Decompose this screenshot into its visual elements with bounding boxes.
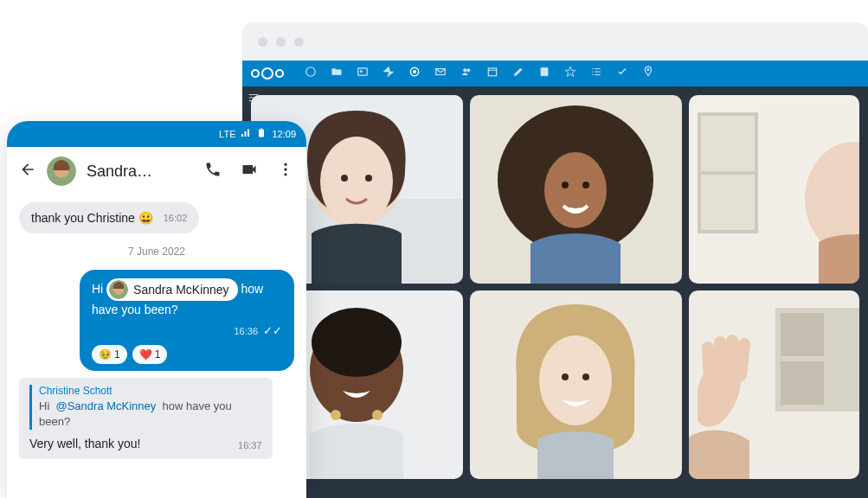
browser-tab-strip [242,22,868,61]
quoted-message: Christine Schott Hi @Sandra McKinney how… [29,385,262,430]
svg-rect-24 [701,116,755,171]
video-call-icon[interactable] [241,161,258,182]
app-top-nav [305,66,654,81]
svg-point-2 [360,70,362,72]
outgoing-message[interactable]: Hi Sandra McKinney how have you been? 16… [80,270,294,371]
notes-icon[interactable] [512,66,524,81]
message-time: 16:02 [164,213,188,223]
video-call-area [242,86,868,498]
window-control-dot[interactable] [276,37,286,47]
desktop-browser-window [242,22,868,498]
message-time: 16:37 [238,440,262,450]
nextcloud-logo-icon[interactable] [251,67,284,80]
clock-label: 12:09 [272,129,296,139]
window-control-dot[interactable] [294,37,304,47]
svg-point-47 [284,168,286,170]
mobile-chat-window: LTE 12:09 Sandra… thank you Christine 😀 … [7,121,306,498]
chat-header: Sandra… [7,147,306,195]
incoming-message[interactable]: thank you Christine 😀 16:02 [19,202,199,233]
svg-point-33 [372,410,383,420]
reaction-chip[interactable]: ❤️1 [132,345,168,364]
svg-point-10 [647,69,649,71]
svg-rect-25 [701,175,755,230]
bookmarks-icon[interactable] [564,66,576,81]
contacts-icon[interactable] [460,66,473,81]
svg-rect-42 [259,130,264,137]
svg-rect-9 [541,67,548,75]
svg-point-30 [341,367,348,374]
battery-icon [256,128,267,140]
back-icon[interactable] [19,161,36,182]
svg-point-31 [365,367,372,374]
svg-rect-8 [488,68,496,76]
more-icon[interactable] [277,161,294,182]
phone-status-bar: LTE 12:09 [7,121,306,147]
svg-point-48 [284,173,286,176]
message-time: 16:36 [234,324,258,339]
voice-call-icon[interactable] [204,161,222,182]
svg-point-16 [365,175,372,182]
reaction-chip[interactable]: 🥹1 [92,345,127,364]
check-icon[interactable] [616,66,628,81]
dashboard-icon[interactable] [305,66,317,81]
svg-point-32 [331,410,341,420]
deck-icon[interactable] [538,66,550,81]
read-receipt-icon: ✓✓ [263,322,282,340]
svg-point-6 [464,69,467,73]
incoming-message[interactable]: Christine Schott Hi @Sandra McKinney how… [19,378,273,459]
mic-off-icon[interactable] [847,66,859,81]
calendar-icon[interactable] [486,66,498,81]
svg-point-36 [562,374,569,380]
photos-icon[interactable] [357,66,369,81]
svg-point-14 [320,137,393,227]
talk-icon[interactable] [408,66,421,81]
participant-tile[interactable] [689,95,859,284]
svg-rect-40 [781,313,824,356]
svg-point-0 [306,67,316,77]
participant-tile[interactable] [470,95,682,284]
svg-point-46 [284,163,286,166]
files-icon[interactable] [331,66,343,81]
svg-point-19 [544,152,607,228]
date-divider: 7 June 2022 [128,246,185,258]
svg-rect-41 [781,361,824,405]
svg-point-29 [312,308,402,377]
network-label: LTE [219,129,235,139]
message-text: Very well, thank you! [29,437,140,450]
quoted-author: Christine Schott [39,385,262,397]
window-control-dot[interactable] [258,37,267,47]
contact-name[interactable]: Sandra… [87,163,152,181]
mention-name: Sandra McKinney [133,281,229,299]
svg-point-7 [467,69,471,73]
participant-tile[interactable] [689,290,859,479]
message-text-prefix: Hi [92,282,103,296]
activity-icon[interactable] [383,66,395,81]
svg-point-4 [413,70,416,73]
mention-chip[interactable]: Sandra McKinney [106,278,238,301]
svg-point-15 [341,175,348,182]
contact-avatar[interactable] [47,156,76,186]
quoted-body: Hi @Sandra McKinney how have you been? [39,399,232,428]
message-reactions: 🥹1 ❤️1 [92,345,282,364]
maps-icon[interactable] [642,66,654,81]
svg-rect-43 [260,129,262,130]
svg-point-37 [582,374,589,380]
svg-rect-1 [358,68,368,75]
tasks-icon[interactable] [590,66,602,81]
message-text: thank you Christine 😀 [31,211,153,225]
mail-icon[interactable] [434,66,447,81]
signal-icon [241,128,251,140]
mention-avatar [109,280,128,299]
svg-point-20 [562,182,569,188]
svg-point-21 [582,182,589,188]
message-list: thank you Christine 😀 16:02 7 June 2022 … [7,195,306,466]
participant-tile[interactable] [470,290,682,479]
app-topbar [242,61,868,86]
svg-point-35 [539,335,612,425]
